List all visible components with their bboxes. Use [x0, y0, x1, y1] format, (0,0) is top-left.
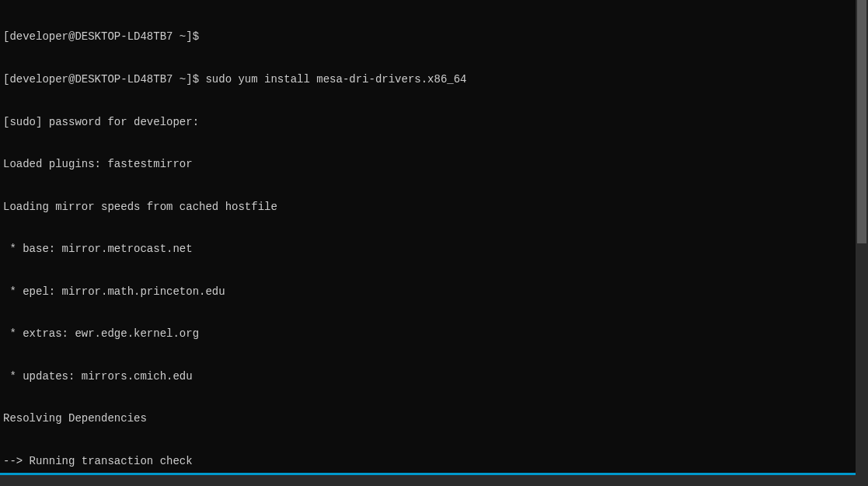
mirror-extras-line: * extras: ewr.edge.kernel.org	[3, 327, 865, 341]
loading-mirror-line: Loading mirror speeds from cached hostfi…	[3, 200, 865, 214]
vertical-scrollbar[interactable]	[856, 0, 868, 486]
plugins-line: Loaded plugins: fastestmirror	[3, 157, 865, 171]
resolving-line: Resolving Dependencies	[3, 411, 865, 425]
terminal-output: [developer@DESKTOP-LD48TB7 ~]$ [develope…	[0, 0, 868, 486]
terminal-window[interactable]: [developer@DESKTOP-LD48TB7 ~]$ [develope…	[0, 0, 868, 486]
prompt-text: [developer@DESKTOP-LD48TB7 ~]$	[3, 73, 205, 86]
mirror-updates-line: * updates: mirrors.cmich.edu	[3, 369, 865, 383]
mirror-epel-line: * epel: mirror.math.princeton.edu	[3, 285, 865, 299]
command-line: [developer@DESKTOP-LD48TB7 ~]$ sudo yum …	[3, 72, 865, 86]
sudo-password-line: [sudo] password for developer:	[3, 115, 865, 129]
transaction-check-1: --> Running transaction check	[3, 454, 865, 468]
vertical-scrollbar-thumb[interactable]	[857, 0, 866, 243]
mirror-base-line: * base: mirror.metrocast.net	[3, 242, 865, 256]
prompt-line-empty: [developer@DESKTOP-LD48TB7 ~]$	[3, 30, 865, 44]
command-text: sudo yum install mesa-dri-drivers.x86_64	[205, 73, 466, 86]
horizontal-scrollbar[interactable]	[0, 475, 856, 486]
